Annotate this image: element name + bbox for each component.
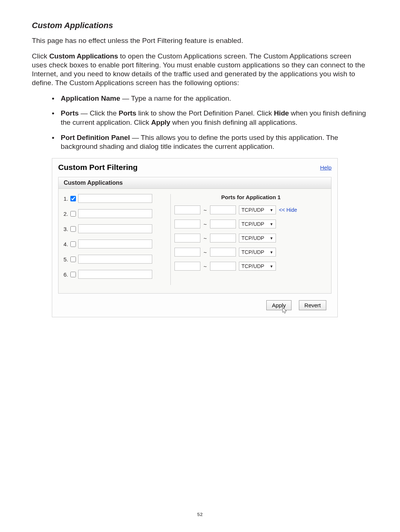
- bullet-app-name: Application Name — Type a name for the a…: [52, 94, 368, 103]
- bullet-rest: — Type a name for the application.: [120, 94, 231, 102]
- panel-title: Custom Port Filtering: [58, 163, 138, 172]
- app-name-input-3[interactable]: [78, 224, 152, 233]
- app-row-2: 2.: [62, 209, 166, 218]
- protocol-select-3[interactable]: TCP/UDP▼: [239, 234, 276, 242]
- app-num: 2.: [62, 211, 68, 217]
- port-row-1: ~ TCP/UDP▼ << Hide: [174, 205, 327, 214]
- proto-label: TCP/UDP: [241, 249, 264, 255]
- protocol-select-1[interactable]: TCP/UDP▼: [239, 205, 276, 214]
- help-link[interactable]: Help: [320, 164, 331, 171]
- port-start-5[interactable]: [174, 262, 200, 271]
- tilde: ~: [203, 207, 207, 213]
- screenshot-panel: Custom Port Filtering Help Custom Applic…: [52, 158, 338, 317]
- inline-ports: Ports: [119, 109, 136, 117]
- app-row-1: 1.: [62, 194, 166, 203]
- bullet-bold: Port Definition Panel: [61, 134, 130, 141]
- port-row-3: ~ TCP/UDP▼: [174, 234, 327, 242]
- app-checkbox-3[interactable]: [70, 226, 76, 232]
- chevron-down-icon: ▼: [270, 208, 273, 212]
- options-list: Application Name — Type a name for the a…: [52, 94, 368, 151]
- panel-header: Custom Port Filtering Help: [58, 163, 331, 172]
- p2-bold: Custom Applications: [49, 52, 118, 60]
- intro-paragraph: This page has no effect unless the Port …: [32, 36, 368, 45]
- hide-link[interactable]: << Hide: [279, 207, 297, 213]
- port-end-1[interactable]: [210, 205, 236, 214]
- app-num: 5.: [62, 256, 68, 262]
- app-row-6: 6.: [62, 270, 166, 279]
- port-start-1[interactable]: [174, 205, 200, 214]
- port-end-5[interactable]: [210, 262, 236, 271]
- app-checkbox-2[interactable]: [70, 211, 76, 217]
- cursor-icon: [282, 307, 288, 315]
- page-number: 52: [0, 512, 400, 517]
- port-end-3[interactable]: [210, 234, 236, 242]
- action-row: Apply Revert: [58, 300, 331, 310]
- subheader: Custom Applications: [58, 177, 331, 189]
- tilde: ~: [203, 249, 207, 255]
- ports-title: Ports for Application 1: [174, 194, 327, 200]
- b1d: when you finish defining all application…: [170, 118, 297, 126]
- app-num: 1.: [62, 195, 68, 202]
- app-checkbox-4[interactable]: [70, 241, 76, 247]
- protocol-select-2[interactable]: TCP/UDP▼: [239, 220, 276, 228]
- protocol-select-5[interactable]: TCP/UDP▼: [239, 262, 276, 271]
- port-start-2[interactable]: [174, 220, 200, 228]
- tilde: ~: [203, 235, 207, 241]
- app-name-input-2[interactable]: [78, 209, 152, 218]
- inner-panel: 1. 2. 3. 4.: [58, 189, 331, 294]
- proto-label: TCP/UDP: [241, 263, 264, 269]
- port-row-5: ~ TCP/UDP▼: [174, 262, 327, 271]
- app-num: 6.: [62, 271, 68, 278]
- proto-label: TCP/UDP: [241, 235, 264, 241]
- app-num: 4.: [62, 241, 68, 247]
- app-name-input-4[interactable]: [78, 240, 152, 248]
- bullet-ports: Ports — Click the Ports link to show the…: [52, 109, 368, 127]
- apply-button[interactable]: Apply: [266, 300, 291, 310]
- app-checkbox-1[interactable]: [70, 196, 76, 201]
- app-row-5: 5.: [62, 255, 166, 264]
- chevron-down-icon: ▼: [270, 264, 273, 268]
- port-row-4: ~ TCP/UDP▼: [174, 248, 327, 257]
- port-start-3[interactable]: [174, 234, 200, 242]
- inline-apply: Apply: [151, 118, 170, 126]
- apps-column: 1. 2. 3. 4.: [62, 194, 166, 285]
- chevron-down-icon: ▼: [270, 236, 273, 240]
- app-row-3: 3.: [62, 224, 166, 233]
- app-row-4: 4.: [62, 240, 166, 248]
- p2-a: Click: [32, 52, 49, 60]
- app-name-input-5[interactable]: [78, 255, 152, 264]
- chevron-down-icon: ▼: [270, 250, 273, 254]
- bullet-port-def-panel: Port Definition Panel — This allows you …: [52, 133, 368, 151]
- app-name-input-1[interactable]: [78, 194, 152, 203]
- bullet-bold: Application Name: [61, 94, 120, 102]
- tilde: ~: [203, 263, 207, 270]
- proto-label: TCP/UDP: [241, 207, 264, 213]
- revert-button[interactable]: Revert: [299, 300, 326, 310]
- app-num: 3.: [62, 226, 68, 232]
- ports-column: Ports for Application 1 ~ TCP/UDP▼ << Hi…: [170, 194, 327, 285]
- tilde: ~: [203, 221, 207, 227]
- description-paragraph: Click Custom Applications to open the Cu…: [32, 52, 368, 87]
- section-heading: Custom Applications: [32, 21, 368, 30]
- b1b: link to show the Port Definition Panel. …: [136, 109, 274, 117]
- port-row-2: ~ TCP/UDP▼: [174, 220, 327, 228]
- app-checkbox-5[interactable]: [70, 257, 76, 262]
- inline-hide: Hide: [274, 109, 289, 117]
- b1a: — Click the: [79, 109, 119, 117]
- port-end-4[interactable]: [210, 248, 236, 257]
- app-checkbox-6[interactable]: [70, 272, 76, 277]
- proto-label: TCP/UDP: [241, 221, 264, 227]
- bullet-bold: Ports: [61, 109, 79, 117]
- app-name-input-6[interactable]: [78, 270, 152, 279]
- protocol-select-4[interactable]: TCP/UDP▼: [239, 248, 276, 257]
- port-end-2[interactable]: [210, 220, 236, 228]
- chevron-down-icon: ▼: [270, 222, 273, 226]
- port-start-4[interactable]: [174, 248, 200, 257]
